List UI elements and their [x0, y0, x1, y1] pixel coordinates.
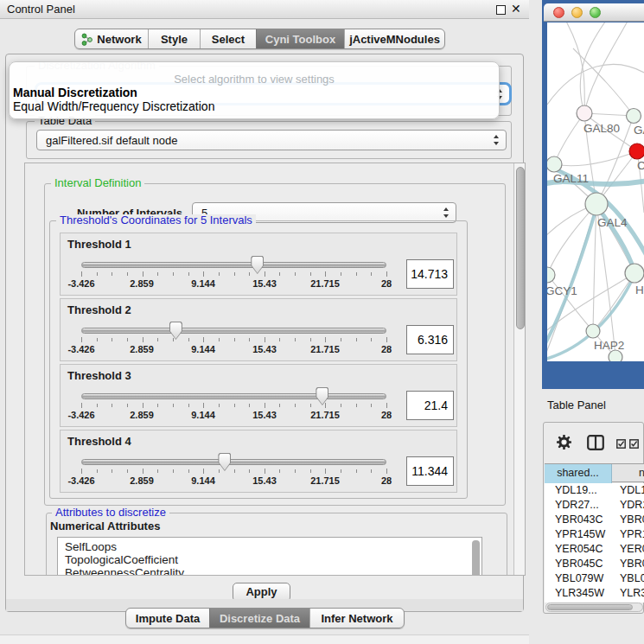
cell[interactable]: YPR145W — [555, 527, 612, 542]
list-scrollbar[interactable] — [472, 540, 480, 576]
scale-label: 15.43 — [252, 410, 277, 420]
table-row[interactable]: YER054CYER0 — [545, 542, 644, 557]
table-row[interactable]: YDR27...YDR2 — [545, 498, 644, 513]
network-node-gal11 — [547, 156, 562, 172]
cell[interactable]: YLR345W — [555, 586, 612, 601]
table-panel-title: Table Panel — [547, 399, 606, 411]
table-row[interactable]: YDL19...YDL1 — [545, 483, 644, 498]
scale-label: -3.426 — [67, 410, 94, 420]
list-item[interactable]: TopologicalCoefficient — [58, 553, 481, 566]
algorithm-option-equal-width[interactable]: Equal Width/Frequency Discretization — [10, 99, 499, 113]
cell[interactable]: YDL1 — [620, 483, 644, 498]
threshold-3-slider-track[interactable] — [81, 393, 386, 399]
table-row[interactable]: YBR043CYBR0 — [545, 513, 644, 527]
cell[interactable]: YLR3 — [620, 586, 644, 601]
cell[interactable]: YBR045C — [555, 557, 612, 571]
threshold-2-slider-track[interactable] — [81, 328, 386, 334]
tab-select[interactable]: Select — [200, 29, 256, 48]
list-item[interactable]: SelfLoops — [58, 540, 481, 553]
threshold-4-value-field[interactable]: 11.344 — [406, 456, 454, 486]
cell[interactable]: YBR0 — [620, 513, 644, 527]
threshold-3-tick-marks — [81, 403, 387, 410]
cell[interactable]: YBR0 — [620, 557, 644, 571]
cell[interactable]: YER054C — [555, 542, 612, 557]
checked-checkbox-icon[interactable] — [616, 438, 626, 451]
table-row[interactable]: YBL079WYBL0 — [545, 571, 644, 586]
tab-discretize-data-label: Discretize Data — [220, 612, 300, 625]
threshold-4-tick-marks — [81, 469, 387, 475]
cell[interactable]: YPR1 — [620, 527, 644, 542]
horizontal-scrollbar[interactable] — [545, 603, 643, 612]
scale-label: 28 — [381, 410, 392, 420]
tab-discretize-data[interactable]: Discretize Data — [209, 609, 309, 628]
cell[interactable]: YBL079W — [555, 571, 612, 586]
network-icon — [81, 33, 92, 46]
scale-label: 15.43 — [252, 475, 277, 486]
zoom-button[interactable] — [590, 7, 601, 18]
control-panel-titlebar: Control Panel ✕ — [0, 0, 529, 19]
scale-label: 15.43 — [252, 278, 277, 289]
scale-label: 2.859 — [130, 475, 154, 486]
cell[interactable]: YDR27... — [555, 498, 612, 513]
cell[interactable]: YDR2 — [620, 498, 644, 513]
screen: Control Panel ✕ Network Style Select — [0, 0, 644, 644]
list-item[interactable]: BetweennessCentrality — [58, 566, 481, 576]
float-window-icon[interactable] — [496, 5, 506, 15]
tab-cyni-toolbox-label: Cyni Toolbox — [265, 33, 335, 46]
network-canvas[interactable]: GAL80 GA C GAL11 GAL4 GCY1 H HAP2 — [547, 22, 644, 361]
table-header-row: shared... na — [545, 463, 644, 482]
tab-network[interactable]: Network — [75, 29, 148, 48]
split-columns-icon[interactable] — [587, 435, 604, 453]
numerical-attributes-list: SelfLoops TopologicalCoefficient Between… — [57, 537, 482, 576]
threshold-2-value-field[interactable]: 6.316 — [406, 325, 454, 354]
vertical-scrollbar-thumb[interactable] — [516, 167, 525, 329]
threshold-2-label: Threshold 2 — [67, 303, 131, 316]
gear-icon[interactable] — [557, 435, 571, 452]
threshold-1-slider-track[interactable] — [81, 262, 386, 268]
tab-impute-data[interactable]: Impute Data — [126, 609, 209, 628]
cell[interactable]: YER0 — [620, 542, 644, 557]
scale-label: 2.859 — [130, 278, 154, 289]
minimize-button[interactable] — [571, 7, 583, 18]
cell[interactable]: YBR043C — [555, 513, 612, 527]
scale-label: 9.144 — [191, 344, 215, 354]
tab-jactivemnodules[interactable]: jActiveMNodules — [344, 29, 444, 48]
table-row[interactable]: YPR145WYPR1 — [545, 527, 644, 542]
algorithm-option-manual[interactable]: Manual Discretization — [10, 86, 499, 99]
network-node-gal4 — [585, 193, 608, 215]
tab-style[interactable]: Style — [148, 29, 200, 48]
table-row[interactable]: YLR345WYLR3 — [545, 586, 644, 601]
close-button[interactable] — [553, 7, 564, 18]
threshold-3-label: Threshold 3 — [67, 369, 131, 382]
interval-definition-group-title: Interval Definition — [51, 177, 144, 189]
threshold-3-panel: Threshold 3 -3.426 2.859 9.144 15.43 21.… — [60, 364, 457, 427]
table-data-combobox[interactable]: galFiltered.sif default node — [36, 130, 507, 150]
network-node-gcy1 — [547, 267, 555, 283]
threshold-1-value-field[interactable]: 14.713 — [406, 259, 454, 289]
settings-scrollpane: Interval Definition Number of Intervals … — [24, 163, 526, 576]
algorithm-placeholder: Select algorithm to view settings — [10, 73, 499, 86]
attributes-group-title: Attributes to discretize — [52, 507, 169, 519]
cell[interactable]: YDL19... — [555, 483, 612, 498]
column-header-name[interactable]: na — [613, 464, 644, 483]
horizontal-scrollbar-thumb[interactable] — [547, 604, 633, 610]
column-header-shared-name[interactable]: shared... — [545, 464, 612, 483]
tab-jactivemnodules-label: jActiveMNodules — [349, 33, 440, 46]
threshold-1-panel: Threshold 1 -3.426 2.859 9.144 15.43 21.… — [60, 233, 457, 296]
network-node-hap2 — [586, 324, 600, 338]
node-label: C — [637, 159, 644, 172]
cell[interactable]: YBL0 — [620, 571, 644, 586]
window-bottom-strip — [0, 634, 529, 644]
threshold-4-slider-track[interactable] — [81, 459, 386, 465]
node-label: GAL4 — [597, 216, 628, 229]
table-row[interactable]: YBR045CYBR0 — [545, 557, 644, 571]
control-panel-tabbar: Network Style Select Cyni Toolbox jActiv… — [74, 29, 445, 49]
network-window-titlebar[interactable] — [544, 3, 644, 22]
tab-cyni-toolbox[interactable]: Cyni Toolbox — [256, 29, 344, 48]
close-icon[interactable]: ✕ — [511, 2, 521, 16]
tab-infer-network[interactable]: Infer Network — [309, 609, 404, 628]
checked-checkbox-icon[interactable] — [629, 438, 639, 451]
combo-stepper-icon — [494, 135, 500, 145]
vertical-scrollbar[interactable] — [513, 163, 526, 576]
threshold-3-value-field[interactable]: 21.4 — [406, 391, 454, 420]
